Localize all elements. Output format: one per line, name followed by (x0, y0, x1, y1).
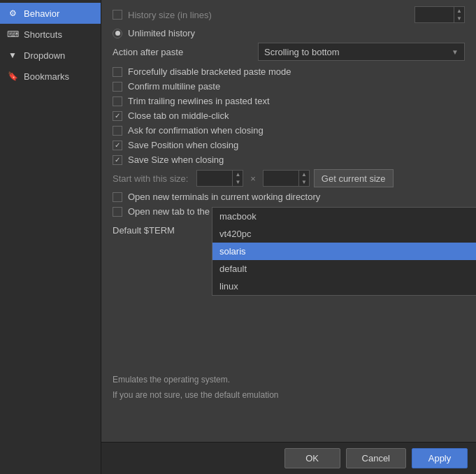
unlimited-history-label: Unlimited history (128, 28, 195, 38)
get-current-size-button[interactable]: Get current size (314, 169, 394, 187)
ok-button[interactable]: OK (284, 448, 340, 468)
sidebar-item-bookmarks[interactable]: 🔖 Bookmarks (0, 66, 101, 87)
apply-button[interactable]: Apply (412, 448, 468, 468)
start-size-height-spinbox[interactable]: 400 px ▲ ▼ (263, 170, 310, 187)
save-size-label: Save Size when closing (128, 155, 224, 165)
sidebar-item-bookmarks-label: Bookmarks (24, 71, 69, 82)
dropdown-item-vt420pc[interactable]: vt420pc (212, 225, 476, 243)
history-size-down[interactable]: ▼ (454, 15, 464, 22)
sidebar-item-behavior[interactable]: ⚙ Behavior (0, 3, 101, 24)
forcefully-disable-checkbox[interactable] (113, 67, 122, 77)
close-tab-label: Close tab on middle-click (128, 110, 229, 121)
start-size-height-up[interactable]: ▲ (299, 171, 309, 178)
dropdown-item-solaris[interactable]: solaris (212, 243, 476, 260)
bottom-notes: Emulates the operating system. If you ar… (113, 372, 465, 400)
action-after-paste-select[interactable]: Scrolling to bottom ▼ (258, 43, 465, 61)
confirm-multiline-label: Confirm multiline paste (128, 81, 220, 92)
close-tab-row: Close tab on middle-click (113, 110, 465, 121)
trim-trailing-checkbox[interactable] (113, 96, 122, 106)
start-size-width-up[interactable]: ▲ (233, 171, 243, 178)
size-separator: × (247, 173, 259, 184)
action-after-paste-arrow: ▼ (452, 48, 459, 56)
action-after-paste-value: Scrolling to bottom (264, 47, 340, 57)
start-size-width-spinbox[interactable]: 600 px ▲ ▼ (196, 170, 243, 187)
open-new-terminals-checkbox[interactable] (113, 192, 122, 202)
ask-confirmation-checkbox[interactable] (113, 126, 122, 136)
trim-trailing-label: Trim trailing newlines in pasted text (128, 96, 270, 106)
ask-confirmation-label: Ask for confirmation when closing (128, 125, 264, 136)
shortcuts-icon: ⌨ (7, 29, 18, 40)
start-size-width-input[interactable]: 600 px (197, 173, 232, 184)
dropdown-item-macbook[interactable]: macbook (212, 208, 476, 225)
behavior-icon: ⚙ (7, 8, 18, 19)
save-size-checkbox[interactable] (113, 155, 122, 165)
start-size-width-arrows: ▲ ▼ (232, 171, 243, 186)
history-size-up[interactable]: ▲ (454, 7, 464, 15)
start-size-height-input[interactable]: 400 px (264, 173, 298, 184)
history-size-input[interactable]: 1000 (415, 10, 454, 20)
save-size-row: Save Size when closing (113, 155, 465, 165)
sidebar-item-shortcuts-label: Shortcuts (24, 29, 62, 40)
sidebar-item-behavior-label: Behavior (24, 8, 59, 19)
emulation-note: Emulates the operating system. (113, 372, 465, 387)
save-position-checkbox[interactable] (113, 141, 122, 150)
start-size-label: Start with this size: (113, 173, 188, 184)
history-size-row: History size (in lines) 1000 ▲ ▼ (113, 6, 465, 24)
sidebar-item-shortcuts[interactable]: ⌨ Shortcuts (0, 24, 101, 45)
sidebar-item-dropdown-label: Dropdown (24, 50, 65, 61)
history-size-checkbox[interactable] (113, 10, 122, 20)
dropdown-item-default[interactable]: default (212, 260, 476, 278)
action-after-paste-row: Action after paste Scrolling to bottom ▼ (113, 43, 465, 61)
start-size-height-arrows: ▲ ▼ (298, 171, 309, 186)
ask-confirmation-row: Ask for confirmation when closing (113, 125, 465, 136)
confirm-multiline-checkbox[interactable] (113, 82, 122, 92)
sidebar-item-dropdown[interactable]: ▼ Dropdown (0, 45, 101, 66)
action-after-paste-label: Action after paste (113, 47, 183, 57)
main-panel: History size (in lines) 1000 ▲ ▼ (101, 0, 476, 474)
open-new-tab-checkbox[interactable] (113, 207, 122, 217)
app-window: ⚙ Behavior ⌨ Shortcuts ▼ Dropdown 🔖 Book… (0, 0, 476, 474)
confirm-multiline-row: Confirm multiline paste (113, 81, 465, 92)
save-position-row: Save Position when closing (113, 140, 465, 150)
close-tab-checkbox[interactable] (113, 111, 122, 121)
footer: OK Cancel Apply (101, 442, 476, 474)
cancel-button[interactable]: Cancel (346, 448, 406, 468)
history-size-spinbox[interactable]: 1000 ▲ ▼ (414, 6, 465, 23)
dropdown-icon: ▼ (7, 50, 18, 61)
forcefully-disable-row: Forcefully disable bracketed paste mode (113, 66, 465, 77)
sidebar: ⚙ Behavior ⌨ Shortcuts ▼ Dropdown 🔖 Book… (0, 0, 101, 474)
unlimited-history-row: Unlimited history (113, 28, 465, 38)
start-size-height-down[interactable]: ▼ (299, 178, 309, 186)
if-unsure-text: If you are not sure, use the default emu… (113, 390, 465, 400)
open-new-terminals-label: Open new terminals in current working di… (128, 192, 320, 202)
default-term-label: Default $TERM (113, 225, 175, 236)
history-size-label: History size (in lines) (128, 10, 212, 20)
content-area: ⚙ Behavior ⌨ Shortcuts ▼ Dropdown 🔖 Book… (0, 0, 476, 474)
dropdown-item-linux[interactable]: linux (212, 278, 476, 295)
bookmarks-icon: 🔖 (7, 71, 18, 82)
start-size-row: Start with this size: 600 px ▲ ▼ × 400 p… (113, 169, 465, 187)
forcefully-disable-label: Forcefully disable bracketed paste mode (128, 66, 291, 77)
history-size-arrows: ▲ ▼ (454, 7, 464, 22)
unlimited-history-radio[interactable] (113, 29, 122, 38)
term-dropdown-popup: macbook vt420pc solaris default linux (212, 207, 476, 296)
start-size-width-down[interactable]: ▼ (233, 178, 243, 186)
trim-trailing-row: Trim trailing newlines in pasted text (113, 96, 465, 106)
save-position-label: Save Position when closing (128, 140, 238, 150)
main-content: History size (in lines) 1000 ▲ ▼ (101, 0, 476, 442)
open-new-terminals-row: Open new terminals in current working di… (113, 192, 465, 202)
